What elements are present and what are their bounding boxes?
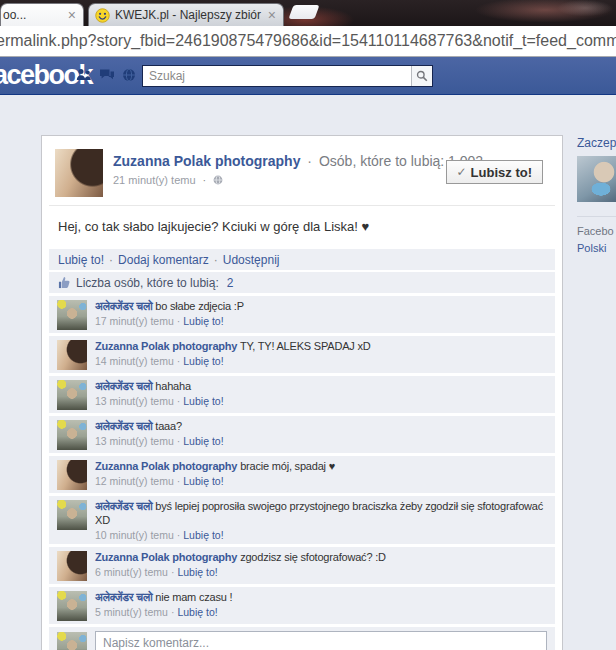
friend-requests-icon[interactable]: [76, 68, 92, 82]
comment-timestamp: 12 minut(y) temu: [95, 475, 174, 487]
right-sidebar: Zaczepk Facebo Polski: [577, 136, 616, 254]
browser-tab-strip: oo... × KWEJK.pl - Najlepszy zbiór c ×: [0, 0, 616, 26]
comment-row: Zuzanna Polak photography zgodzisz się s…: [49, 547, 555, 584]
tab-title: oo...: [1, 8, 64, 22]
comment-like-link[interactable]: Lubię to!: [183, 395, 223, 407]
comment-like-link[interactable]: Lubię to!: [183, 435, 223, 447]
comment-meta: 10 minut(y) temu·Lubię to!: [95, 529, 547, 541]
comment-author-link[interactable]: अलेक्जेंडर चलो: [95, 380, 152, 392]
tab-close-icon[interactable]: ×: [64, 5, 83, 25]
comment-row: अलेक्जेंडर चलो nie mam czasu ! 5 minut(y…: [49, 587, 555, 624]
notifications-globe-icon[interactable]: [121, 68, 137, 82]
comment-row: Zuzanna Polak photography bracie mój, sp…: [49, 456, 555, 493]
comment-timestamp: 10 minut(y) temu: [95, 529, 174, 541]
comment-like-link[interactable]: Lubię to!: [177, 566, 217, 578]
comment-timestamp: 6 minut(y) temu: [95, 566, 168, 578]
comment-meta: 12 minut(y) temu·Lubię to!: [95, 475, 547, 487]
comment-input[interactable]: [95, 631, 547, 650]
address-bar[interactable]: ermalink.php?story_fbid=246190875479686&…: [0, 26, 616, 57]
comment-like-link[interactable]: Lubię to!: [183, 315, 223, 327]
commenter-avatar[interactable]: [57, 340, 87, 370]
likes-count-label: Liczba osób, które to lubią:: [76, 276, 219, 290]
post-message: Hej, co tak słabo lajkujecie? Kciuki w g…: [49, 206, 555, 247]
comment-author-link[interactable]: अलेक्जेंडर चलो: [95, 420, 152, 432]
comment-meta: 6 minut(y) temu·Lubię to!: [95, 566, 547, 578]
comment-author-link[interactable]: अलेक्जेंडर चलो: [95, 591, 152, 603]
comment-author-link[interactable]: Zuzanna Polak photography: [95, 551, 237, 563]
commenter-avatar[interactable]: [57, 500, 87, 530]
comment-text: bracie mój, spadaj ♥: [240, 460, 335, 472]
like-page-button[interactable]: ✓ Lubisz to!: [446, 160, 543, 184]
comment-like-link[interactable]: Lubię to!: [183, 529, 223, 541]
comment-meta: 13 minut(y) temu·Lubię to!: [95, 435, 547, 447]
dot-separator: ·: [109, 253, 113, 267]
post-actions-bar: Lubię to! · Dodaj komentarz · Udostępnij: [49, 249, 555, 270]
thumb-up-icon: [58, 276, 71, 289]
sidebar-footer-text: Facebo: [577, 225, 616, 237]
comment-author-link[interactable]: Zuzanna Polak photography: [95, 340, 237, 352]
comment-row: अलेक्जेंडर चलो bo słabe zdjęcia :P 17 mi…: [49, 296, 555, 333]
dot-separator: ·: [203, 174, 207, 186]
current-user-avatar[interactable]: [57, 632, 87, 650]
add-comment-link[interactable]: Dodaj komentarz: [118, 253, 209, 267]
commenter-avatar[interactable]: [57, 460, 87, 490]
tab-close-icon[interactable]: ×: [264, 5, 283, 25]
comment-author-link[interactable]: अलेक्जेंडर चलो: [95, 300, 152, 312]
browser-tab-facebook[interactable]: oo... ×: [0, 3, 84, 26]
commenter-avatar[interactable]: [57, 420, 87, 450]
sidebar-heading-link[interactable]: Zaczepk: [577, 136, 616, 150]
comment-input-row: [49, 627, 555, 650]
tab-title: KWEJK.pl - Najlepszy zbiór c: [110, 8, 264, 22]
smiley-favicon-icon: [95, 8, 110, 23]
commenter-avatar[interactable]: [57, 380, 87, 410]
dot-separator: ·: [307, 153, 312, 169]
comment-row: अलेक्जेंडर चलो taaa? 13 minut(y) temu·Lu…: [49, 416, 555, 453]
comment-text: nie mam czasu !: [155, 591, 232, 603]
comment-timestamp: 5 minut(y) temu: [95, 606, 168, 618]
url-text: ermalink.php?story_fbid=246190875479686&…: [0, 26, 616, 56]
comment-text: zgodzisz się sfotografować? :D: [240, 551, 386, 563]
comment-meta: 13 minut(y) temu·Lubię to!: [95, 395, 547, 407]
comment-row: अलेक्जेंडर चलो hahaha 13 minut(y) temu·L…: [49, 376, 555, 413]
privacy-globe-icon: [213, 175, 223, 185]
facebook-header: acebook: [0, 57, 616, 95]
comment-timestamp: 13 minut(y) temu: [95, 435, 174, 447]
likes-count-link[interactable]: 2: [227, 276, 234, 290]
comment-row: अलेक्जेंडर चलो byś lepiej poprosiła swoj…: [49, 496, 555, 544]
like-link[interactable]: Lubię to!: [58, 253, 104, 267]
post-header: Zuzanna Polak photography · Osób, które …: [49, 144, 555, 206]
dot-separator: ·: [214, 253, 218, 267]
comment-text: byś lepiej poprosiła swojego przystojneg…: [95, 500, 543, 526]
comment-text: bo słabe zdjęcia :P: [155, 300, 244, 312]
sidebar-photo-thumbnail[interactable]: [577, 156, 616, 202]
comment-like-link[interactable]: Lubię to!: [183, 355, 223, 367]
commenter-avatar[interactable]: [57, 591, 87, 621]
commenter-avatar[interactable]: [57, 300, 87, 330]
post-timestamp: 21 minut(y) temu: [113, 174, 196, 186]
comment-like-link[interactable]: Lubię to!: [183, 475, 223, 487]
search-input[interactable]: [143, 66, 411, 86]
page-background: Zuzanna Polak photography · Osób, które …: [0, 96, 616, 650]
post-author-link[interactable]: Zuzanna Polak photography: [113, 153, 300, 169]
commenter-avatar[interactable]: [57, 551, 87, 581]
comment-timestamp: 13 minut(y) temu: [95, 395, 174, 407]
comment-author-link[interactable]: अलेक्जेंडर चलो: [95, 500, 152, 512]
comment-text: taaa?: [155, 420, 182, 432]
like-page-button-label: Lubisz to!: [471, 165, 532, 180]
messages-icon[interactable]: [99, 68, 115, 82]
comment-author-link[interactable]: Zuzanna Polak photography: [95, 460, 237, 472]
comment-like-link[interactable]: Lubię to!: [177, 606, 217, 618]
comment-meta: 5 minut(y) temu·Lubię to!: [95, 606, 547, 618]
comment-timestamp: 14 minut(y) temu: [95, 355, 174, 367]
post-card: Zuzanna Polak photography · Osób, które …: [41, 135, 563, 650]
sidebar-divider: [577, 216, 616, 217]
browser-tab-kwejk[interactable]: KWEJK.pl - Najlepszy zbiór c ×: [88, 3, 284, 26]
check-icon: ✓: [457, 165, 467, 179]
search-icon[interactable]: [411, 66, 432, 86]
share-link[interactable]: Udostępnij: [223, 253, 280, 267]
language-link[interactable]: Polski: [577, 242, 616, 254]
post-author-avatar[interactable]: [55, 149, 103, 197]
comment-meta: 17 minut(y) temu·Lubię to!: [95, 315, 547, 327]
comment-text: hahaha: [155, 380, 191, 392]
new-tab-button[interactable]: [288, 5, 319, 19]
